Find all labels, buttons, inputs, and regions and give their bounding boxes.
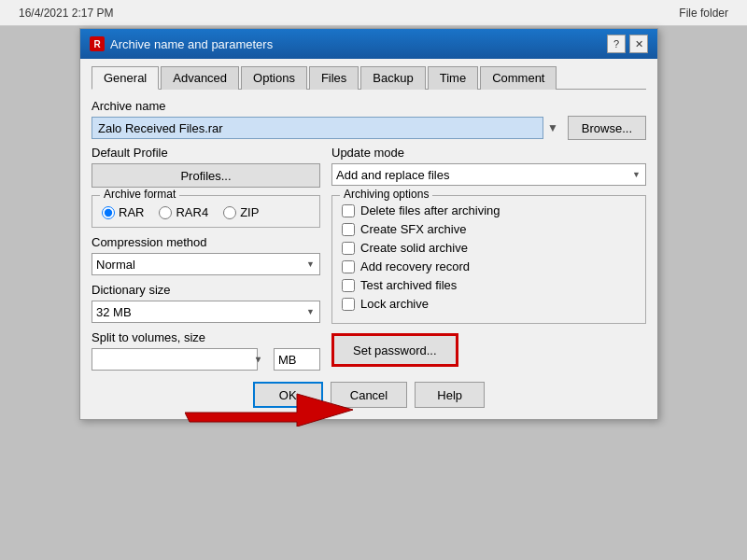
tab-general[interactable]: General — [92, 66, 159, 90]
split-row: ▼ MB KB GB — [92, 348, 320, 371]
archive-name-input[interactable] — [92, 117, 543, 139]
format-options-row: Archive format RAR RAR4 — [92, 195, 646, 371]
bottom-buttons: OK Cancel Help — [92, 382, 646, 408]
archiving-options-box: Archiving options Delete files after arc… — [331, 195, 646, 324]
archive-name-label: Archive name — [92, 99, 558, 113]
compression-section: Compression method Store Fastest Fast No… — [92, 235, 320, 275]
titlebar-buttons: ? ✕ — [607, 35, 648, 53]
tab-advanced[interactable]: Advanced — [161, 66, 239, 90]
dialog-titlebar: R Archive name and parameters ? ✕ — [80, 29, 657, 59]
format-zip-radio[interactable] — [223, 206, 236, 219]
create-sfx-checkbox[interactable] — [342, 223, 355, 236]
option-create-sfx[interactable]: Create SFX archive — [342, 222, 636, 236]
split-volumes-label: Split to volumes, size — [92, 330, 320, 344]
option-test-archived[interactable]: Test archived files — [342, 278, 636, 292]
default-profile-label: Default Profile — [92, 146, 320, 160]
profile-update-row: Default Profile Profiles... Update mode … — [92, 146, 646, 188]
tabs: General Advanced Options Files Backup Ti… — [92, 66, 646, 90]
tab-files[interactable]: Files — [309, 66, 359, 90]
dialog-title: Archive name and parameters — [110, 37, 273, 51]
format-zip[interactable]: ZIP — [223, 205, 259, 219]
compression-dropdown-wrapper: Store Fastest Fast Normal Good Best — [92, 253, 320, 275]
test-archived-checkbox[interactable] — [342, 279, 355, 292]
create-solid-checkbox[interactable] — [342, 242, 355, 255]
create-sfx-label: Create SFX archive — [360, 222, 466, 236]
option-create-solid[interactable]: Create solid archive — [342, 241, 636, 255]
dictionary-dropdown-wrapper: 128 KB 256 KB 512 KB 1 MB 2 MB 4 MB 8 MB… — [92, 301, 320, 323]
profile-section: Default Profile Profiles... — [92, 146, 320, 188]
tab-comment[interactable]: Comment — [480, 66, 557, 90]
archive-format-label: Archive format — [100, 188, 179, 201]
format-rar4-radio[interactable] — [159, 206, 172, 219]
close-button[interactable]: ✕ — [629, 35, 648, 53]
split-input-wrapper: ▼ — [92, 348, 268, 371]
filetype: File folder — [679, 7, 728, 20]
compression-method-dropdown[interactable]: Store Fastest Fast Normal Good Best — [92, 253, 320, 275]
archiving-options-label: Archiving options — [340, 188, 432, 201]
dictionary-section: Dictionary size 128 KB 256 KB 512 KB 1 M… — [92, 283, 320, 323]
app-icon: R — [90, 36, 105, 51]
update-mode-dropdown[interactable]: Add and replace files Freshen existing f… — [331, 163, 646, 186]
archive-format-group: Archive format RAR RAR4 — [92, 195, 320, 228]
set-password-button[interactable]: Set password... — [331, 333, 458, 367]
split-volumes-section: Split to volumes, size ▼ MB KB GB — [92, 330, 320, 371]
tab-options[interactable]: Options — [241, 66, 307, 90]
option-add-recovery[interactable]: Add recovery record — [342, 259, 636, 273]
delete-files-label: Delete files after archiving — [360, 203, 500, 217]
option-lock-archive[interactable]: Lock archive — [342, 297, 636, 311]
compression-method-label: Compression method — [92, 235, 320, 249]
set-password-section: Set password... — [331, 333, 646, 367]
dialog: R Archive name and parameters ? ✕ Genera… — [79, 28, 658, 420]
titlebar-left: R Archive name and parameters — [90, 36, 273, 51]
dialog-content: General Advanced Options Files Backup Ti… — [80, 59, 657, 419]
split-unit-dropdown[interactable]: MB KB GB — [274, 348, 320, 371]
dictionary-size-dropdown[interactable]: 128 KB 256 KB 512 KB 1 MB 2 MB 4 MB 8 MB… — [92, 301, 320, 323]
format-rar[interactable]: RAR — [102, 205, 144, 219]
ok-button[interactable]: OK — [253, 382, 323, 408]
format-radio-group: RAR RAR4 ZIP — [102, 205, 310, 219]
tab-backup[interactable]: Backup — [360, 66, 425, 90]
help-button[interactable]: Help — [415, 382, 485, 408]
browse-button[interactable]: Browse... — [568, 116, 646, 140]
update-mode-dropdown-wrapper: Add and replace files Freshen existing f… — [331, 163, 646, 186]
lock-archive-checkbox[interactable] — [342, 298, 355, 311]
option-delete-files[interactable]: Delete files after archiving — [342, 203, 636, 217]
profiles-button[interactable]: Profiles... — [92, 163, 320, 188]
update-mode-section: Update mode Add and replace files Freshe… — [331, 146, 646, 188]
desktop: 16/4/2021 2:17 PM File folder R Archive … — [0, 0, 747, 560]
tab-time[interactable]: Time — [428, 66, 478, 90]
left-section: Archive format RAR RAR4 — [92, 195, 320, 371]
archive-name-dropdown-arrow[interactable]: ▼ — [547, 121, 558, 134]
format-rar-radio[interactable] — [102, 206, 115, 219]
cancel-button[interactable]: Cancel — [331, 382, 407, 408]
format-rar4-label: RAR4 — [176, 205, 208, 219]
update-mode-label: Update mode — [331, 146, 646, 160]
dictionary-size-label: Dictionary size — [92, 283, 320, 297]
format-zip-label: ZIP — [240, 205, 259, 219]
datetime: 16/4/2021 2:17 PM — [19, 7, 113, 20]
test-archived-label: Test archived files — [360, 278, 457, 292]
format-rar4[interactable]: RAR4 — [159, 205, 208, 219]
lock-archive-label: Lock archive — [360, 297, 429, 311]
right-section: Archiving options Delete files after arc… — [331, 195, 646, 371]
delete-files-checkbox[interactable] — [342, 204, 355, 217]
top-bar: 16/4/2021 2:17 PM File folder — [0, 0, 747, 26]
split-volumes-input[interactable] — [92, 348, 258, 371]
create-solid-label: Create solid archive — [360, 241, 468, 255]
format-rar-label: RAR — [119, 205, 144, 219]
add-recovery-checkbox[interactable] — [342, 260, 355, 273]
add-recovery-label: Add recovery record — [360, 259, 470, 273]
help-titlebar-button[interactable]: ? — [607, 35, 626, 53]
